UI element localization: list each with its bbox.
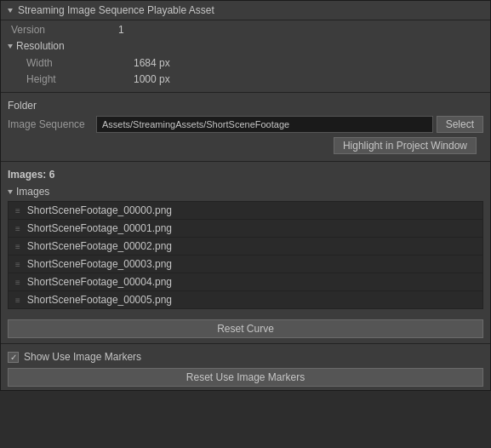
image-filename: ShortSceneFootage_00004.png xyxy=(27,276,172,288)
panel-title: Streaming Image Sequence Playable Asset xyxy=(18,4,214,16)
highlight-button[interactable]: Highlight in Project Window xyxy=(334,137,477,154)
drag-handle-icon: ≡ xyxy=(15,206,20,215)
folder-section-label: Folder xyxy=(1,96,490,113)
show-markers-row: ✓ Show Use Image Markers xyxy=(1,347,490,366)
collapse-triangle-icon[interactable] xyxy=(8,9,13,13)
reset-curve-button[interactable]: Reset Curve xyxy=(8,319,483,338)
list-item: ≡ ShortSceneFootage_00005.png xyxy=(9,291,482,308)
version-value: 1 xyxy=(118,24,124,36)
width-value: 1684 px xyxy=(134,57,170,69)
list-item: ≡ ShortSceneFootage_00004.png xyxy=(9,273,482,291)
divider-1 xyxy=(1,92,490,93)
drag-handle-icon: ≡ xyxy=(15,296,20,305)
images-triangle-icon[interactable] xyxy=(8,190,13,194)
height-row: Height 1000 px xyxy=(1,72,490,89)
select-button[interactable]: Select xyxy=(437,116,483,133)
resolution-triangle-icon[interactable] xyxy=(8,44,13,49)
checkmark-icon: ✓ xyxy=(10,353,17,362)
images-section: Images ≡ ShortSceneFootage_00000.png ≡ S… xyxy=(1,182,490,314)
drag-handle-icon: ≡ xyxy=(15,224,20,233)
resolution-label: Resolution xyxy=(16,40,65,52)
image-sequence-row: Image Sequence Select xyxy=(1,113,490,135)
image-filename: ShortSceneFootage_00002.png xyxy=(27,240,172,252)
resolution-row: Resolution xyxy=(1,37,490,55)
width-label: Width xyxy=(23,57,134,69)
height-value: 1000 px xyxy=(134,73,170,85)
list-item: ≡ ShortSceneFootage_00002.png xyxy=(9,238,482,256)
drag-handle-icon: ≡ xyxy=(15,278,20,287)
drag-handle-icon: ≡ xyxy=(15,242,20,251)
version-row: Version 1 xyxy=(1,20,490,37)
images-count: Images: 6 xyxy=(1,165,490,182)
main-panel: Streaming Image Sequence Playable Asset … xyxy=(0,0,491,391)
image-filename: ShortSceneFootage_00001.png xyxy=(27,222,172,234)
images-section-label: Images xyxy=(16,186,49,198)
show-markers-checkbox[interactable]: ✓ xyxy=(8,352,19,363)
show-markers-label: Show Use Image Markers xyxy=(24,351,141,363)
image-filename: ShortSceneFootage_00003.png xyxy=(27,258,172,270)
height-label: Height xyxy=(23,73,134,85)
divider-3 xyxy=(1,343,490,344)
image-filename: ShortSceneFootage_00005.png xyxy=(27,294,172,306)
width-row: Width 1684 px xyxy=(1,55,490,72)
reset-markers-button[interactable]: Reset Use Image Markers xyxy=(8,368,483,387)
list-item: ≡ ShortSceneFootage_00003.png xyxy=(9,256,482,273)
divider-2 xyxy=(1,161,490,162)
path-input[interactable] xyxy=(96,116,433,133)
images-list: ≡ ShortSceneFootage_00000.png ≡ ShortSce… xyxy=(8,201,483,309)
image-sequence-label: Image Sequence xyxy=(8,118,93,130)
list-item: ≡ ShortSceneFootage_00001.png xyxy=(9,220,482,238)
image-filename: ShortSceneFootage_00000.png xyxy=(27,204,172,216)
panel-header: Streaming Image Sequence Playable Asset xyxy=(1,1,490,20)
images-section-header: Images xyxy=(8,184,483,199)
highlight-row: Highlight in Project Window xyxy=(1,135,490,158)
drag-handle-icon: ≡ xyxy=(15,260,20,269)
version-label: Version xyxy=(8,24,118,36)
list-item: ≡ ShortSceneFootage_00000.png xyxy=(9,202,482,220)
